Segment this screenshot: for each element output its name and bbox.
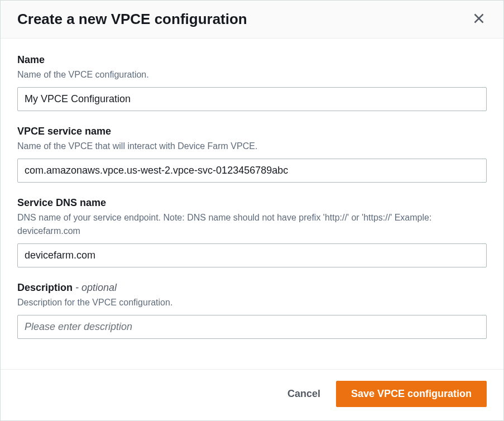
service-name-label: VPCE service name bbox=[17, 126, 487, 137]
service-name-input[interactable] bbox=[17, 159, 487, 183]
description-field-group: Description - optional Description for t… bbox=[17, 282, 487, 339]
cancel-button[interactable]: Cancel bbox=[282, 381, 326, 406]
service-name-field-group: VPCE service name Name of the VPCE that … bbox=[17, 126, 487, 183]
description-label-text: Description bbox=[17, 282, 73, 293]
save-button[interactable]: Save VPCE configuration bbox=[336, 381, 487, 407]
description-optional-text: - optional bbox=[73, 282, 117, 293]
dns-name-input[interactable] bbox=[17, 243, 487, 267]
name-label: Name bbox=[17, 54, 487, 66]
description-help: Description for the VPCE configuration. bbox=[17, 296, 487, 309]
description-label: Description - optional bbox=[17, 282, 487, 294]
name-help: Name of the VPCE configuration. bbox=[17, 68, 487, 82]
modal-header: Create a new VPCE configuration bbox=[1, 1, 503, 39]
description-input[interactable] bbox=[17, 315, 487, 339]
modal-body: Name Name of the VPCE configuration. VPC… bbox=[1, 39, 503, 369]
modal-title: Create a new VPCE configuration bbox=[17, 11, 247, 28]
close-button[interactable] bbox=[471, 11, 487, 28]
modal-footer: Cancel Save VPCE configuration bbox=[1, 369, 503, 420]
dns-name-label: Service DNS name bbox=[17, 197, 487, 209]
dns-name-field-group: Service DNS name DNS name of your servic… bbox=[17, 197, 487, 267]
name-input[interactable] bbox=[17, 87, 487, 111]
service-name-help: Name of the VPCE that will interact with… bbox=[17, 140, 487, 153]
close-icon bbox=[473, 13, 484, 26]
name-field-group: Name Name of the VPCE configuration. bbox=[17, 54, 487, 111]
vpce-config-modal: Create a new VPCE configuration Name Nam… bbox=[0, 0, 504, 421]
dns-name-help: DNS name of your service endpoint. Note:… bbox=[17, 211, 487, 238]
